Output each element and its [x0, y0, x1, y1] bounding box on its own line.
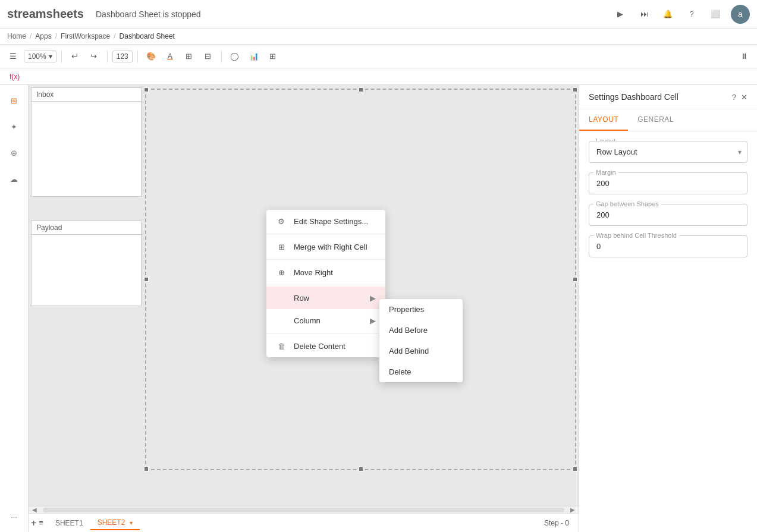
logo-text1: stream [7, 7, 46, 20]
submenu: Properties Add Before Add Behind Delete [379, 299, 463, 382]
zoom-selector[interactable]: 100% ▾ [24, 51, 56, 62]
payload-cell: Payload [31, 221, 142, 306]
ctx-edit-shape-label: Edit Shape Settings... [294, 217, 368, 226]
sidebar-icon-more[interactable]: ··· [4, 506, 25, 527]
sidebar-icon-dashboard[interactable]: ⊞ [4, 90, 25, 111]
handle-tl[interactable] [144, 87, 149, 92]
panel-close-icon[interactable]: ✕ [741, 93, 747, 102]
scroll-right-arrow[interactable]: ▶ [567, 506, 579, 514]
shape-icon[interactable]: ◯ [227, 48, 243, 65]
breadcrumb-apps[interactable]: Apps [35, 32, 51, 40]
borders-icon[interactable]: ⊞ [181, 48, 197, 65]
undo-icon[interactable]: ↩ [67, 48, 83, 65]
layout-select[interactable]: Row Layout Column Layout Grid Layout [589, 141, 747, 163]
ctx-delete[interactable]: 🗑 Delete Content [266, 335, 385, 357]
tab-sheet2[interactable]: SHEET2 ▾ [90, 516, 140, 530]
wrap-label: Wrap behind Cell Threshold [593, 232, 679, 239]
sidebar-icon-add[interactable]: ⊕ [4, 142, 25, 163]
handle-left[interactable] [144, 277, 149, 282]
breadcrumb-current: Dashboard Sheet [120, 32, 175, 40]
gear-icon: ⚙ [276, 216, 287, 226]
toolbar-sep2 [107, 51, 108, 62]
step-label: Step - 0 [544, 519, 576, 527]
inbox-label: Inbox [31, 87, 142, 102]
delete-icon: 🗑 [276, 341, 287, 351]
handle-bl[interactable] [144, 467, 149, 471]
column-icon [276, 315, 287, 326]
ctx-column[interactable]: Column ▶ [266, 309, 385, 332]
help-icon[interactable]: ? [683, 6, 700, 23]
breadcrumb-home[interactable]: Home [7, 32, 26, 40]
play-icon[interactable]: ▶ [612, 6, 629, 23]
skip-icon[interactable]: ⏭ [636, 6, 652, 23]
column-arrow-icon: ▶ [370, 316, 376, 325]
breadcrumb-sep3: / [114, 32, 115, 40]
pause-icon[interactable]: ⏸ [736, 48, 752, 65]
user-avatar[interactable]: a [731, 5, 750, 24]
ctx-merge-right-label: Merge with Right Cell [294, 243, 367, 251]
toolbar-sep4 [221, 51, 222, 62]
toolbar-sep1 [61, 51, 62, 62]
panel-header: Settings Dashboard Cell ? ✕ [579, 85, 757, 109]
ctx-move-right[interactable]: ⊕ Move Right [266, 261, 385, 284]
fill-color-icon[interactable]: 🎨 [143, 48, 159, 65]
logo: streamsheets [7, 7, 84, 21]
ctx-div4 [266, 333, 385, 333]
margin-label: Margin [593, 169, 618, 176]
sub-add-before-label: Add Before [389, 326, 428, 335]
sidebar-icon-flows[interactable]: ✦ [4, 116, 25, 137]
toolbar-menu-icon[interactable]: ☰ [5, 48, 21, 65]
monitor-icon[interactable]: ⬜ [707, 6, 724, 23]
panel-tabs: LAYOUT GENERAL [579, 109, 757, 131]
redo-icon[interactable]: ↪ [86, 48, 102, 65]
sub-properties[interactable]: Properties [379, 299, 463, 320]
handle-top[interactable] [359, 87, 363, 92]
notification-icon[interactable]: 🔔 [659, 6, 676, 23]
handle-bottom[interactable] [359, 467, 363, 471]
gap-label: Gap between Shapes [593, 200, 661, 207]
scroll-bar[interactable]: ◀ ▶ [29, 506, 579, 513]
sub-delete[interactable]: Delete [379, 361, 463, 382]
cell-ref-input[interactable]: 123 [112, 51, 133, 62]
breadcrumb-sep1: / [30, 32, 32, 40]
chart-icon[interactable]: 📊 [246, 48, 262, 65]
top-actions: ▶ ⏭ 🔔 ? ⬜ a [612, 5, 750, 24]
payload-label: Payload [31, 221, 142, 235]
merge-icon[interactable]: ⊟ [200, 48, 216, 65]
tab-sheet1[interactable]: SHEET1 [48, 517, 90, 530]
ctx-delete-label: Delete Content [294, 342, 345, 351]
tab-general[interactable]: GENERAL [628, 109, 683, 131]
inbox-body [31, 102, 142, 197]
layout-select-wrapper: Row Layout Column Layout Grid Layout ▾ [589, 141, 747, 163]
scroll-track[interactable] [43, 508, 564, 512]
sheet-canvas[interactable]: Inbox Payload ⚙ [29, 85, 579, 506]
ctx-row[interactable]: Row ▶ [266, 287, 385, 309]
row-arrow-icon: ▶ [370, 294, 376, 303]
handle-right[interactable] [573, 277, 577, 282]
ctx-edit-shape[interactable]: ⚙ Edit Shape Settings... [266, 210, 385, 232]
sub-delete-label: Delete [389, 367, 412, 376]
tab-layout[interactable]: LAYOUT [579, 109, 628, 131]
context-menu: ⚙ Edit Shape Settings... ⊞ Merge with Ri… [266, 210, 385, 357]
add-sheet-icon[interactable]: + [31, 518, 36, 528]
left-sidebar: ⊞ ✦ ⊕ ☁ ··· [0, 85, 29, 532]
ctx-column-label: Column [294, 316, 321, 325]
panel-header-icons: ? ✕ [732, 93, 747, 102]
breadcrumb-workspace[interactable]: FirstWorkspace [61, 32, 110, 40]
sub-add-behind-label: Add Behind [389, 347, 429, 355]
sidebar-icon-cloud[interactable]: ☁ [4, 168, 25, 190]
sheet-menu-icon[interactable]: ≡ [39, 518, 43, 527]
inbox-cell: Inbox [31, 87, 142, 197]
sub-add-behind[interactable]: Add Behind [379, 341, 463, 361]
sub-add-before[interactable]: Add Before [379, 320, 463, 341]
scroll-left-arrow[interactable]: ◀ [29, 506, 40, 514]
handle-br[interactable] [573, 467, 577, 471]
stream-icon[interactable]: ⊞ [265, 48, 281, 65]
border-color-icon[interactable]: A [162, 48, 178, 65]
handle-tr[interactable] [573, 87, 577, 92]
layout-field: Layout Row Layout Column Layout Grid Lay… [589, 141, 747, 163]
panel-content: Layout Row Layout Column Layout Grid Lay… [579, 131, 757, 267]
tab-sheet2-arrow[interactable]: ▾ [130, 520, 133, 526]
ctx-merge-right[interactable]: ⊞ Merge with Right Cell [266, 235, 385, 258]
panel-help-icon[interactable]: ? [732, 93, 736, 102]
